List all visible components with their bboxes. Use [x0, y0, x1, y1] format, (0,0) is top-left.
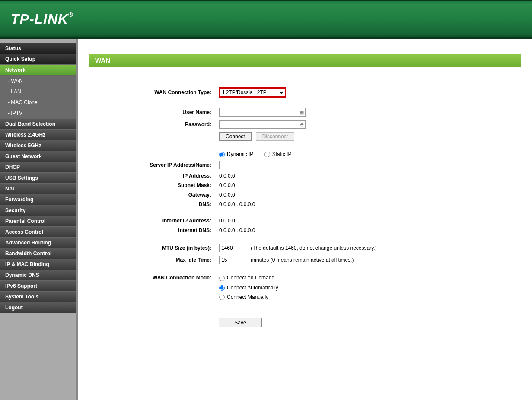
sidebar-item-usb-settings[interactable]: USB Settings	[0, 173, 76, 184]
label-subnet: Subnet Mask:	[89, 181, 217, 190]
radio-auto-input[interactable]	[219, 285, 225, 291]
wan-form: WAN Connection Type: L2TP/Russia L2TP Us…	[89, 86, 521, 302]
radio-dynamic-ip[interactable]: Dynamic IP	[219, 151, 253, 157]
label-conn-type: WAN Connection Type:	[89, 86, 217, 99]
sidebar-item-bandwidth-control[interactable]: Bandwidth Control	[0, 248, 76, 259]
value-subnet: 0.0.0.0	[217, 181, 521, 190]
value-internet-ip: 0.0.0.0	[217, 216, 521, 225]
wan-connection-type-select[interactable]: L2TP/Russia L2TP	[219, 87, 286, 98]
sidebar-item-logout[interactable]: Logout	[0, 302, 76, 313]
sidebar-item-wan[interactable]: - WAN	[0, 76, 76, 86]
label-password: Password:	[89, 118, 217, 130]
sidebar-item-nat[interactable]: NAT	[0, 184, 76, 194]
sidebar-item-system-tools[interactable]: System Tools	[0, 292, 76, 302]
sidebar-item-dynamic-dns[interactable]: Dynamic DNS	[0, 270, 76, 281]
sidebar-item-dual-band-selection[interactable]: Dual Band Selection	[0, 119, 76, 130]
label-mtu: MTU Size (in bytes):	[89, 242, 217, 254]
radio-on-demand[interactable]: Connect on Demand	[219, 275, 274, 281]
sidebar-nav: StatusQuick SetupNetwork- WAN- LAN- MAC …	[0, 39, 78, 400]
sidebar-item-dhcp[interactable]: DHCP	[0, 162, 76, 173]
sidebar-item-forwarding[interactable]: Forwarding	[0, 194, 76, 205]
max-idle-input[interactable]	[219, 256, 245, 264]
connect-button[interactable]: Connect	[219, 132, 252, 141]
label-dns: DNS:	[89, 200, 217, 209]
radio-manual-input[interactable]	[219, 295, 225, 300]
note-max-idle: minutes (0 means remain active at all ti…	[251, 257, 354, 263]
content-area: WAN WAN Connection Type: L2TP/Russia L2T…	[78, 39, 532, 400]
registered-icon: ®	[68, 11, 73, 18]
server-ip-input[interactable]	[219, 161, 329, 169]
value-internet-dns: 0.0.0.0 , 0.0.0.0	[217, 225, 521, 235]
brand-logo: TP-LINK®	[11, 11, 73, 27]
value-ip: 0.0.0.0	[217, 171, 521, 181]
divider	[89, 79, 521, 79]
value-dns: 0.0.0.0 , 0.0.0.0	[217, 200, 521, 209]
value-gateway: 0.0.0.0	[217, 190, 521, 200]
label-server: Server IP Address/Name:	[89, 159, 217, 171]
label-conn-mode: WAN Connection Mode:	[89, 273, 217, 283]
sidebar-item-parental-control[interactable]: Parental Control	[0, 216, 76, 227]
disconnect-button[interactable]: Disconnect	[256, 132, 294, 141]
sidebar-item-mac-clone[interactable]: - MAC Clone	[0, 97, 76, 108]
radio-dynamic-ip-input[interactable]	[219, 152, 225, 157]
divider	[89, 310, 521, 310]
mtu-input[interactable]	[219, 244, 245, 252]
label-max-idle: Max Idle Time:	[89, 254, 217, 266]
sidebar-item-advanced-routing[interactable]: Advanced Routing	[0, 238, 76, 248]
sidebar-item-quick-setup[interactable]: Quick Setup	[0, 54, 76, 65]
radio-on-demand-input[interactable]	[219, 276, 225, 281]
save-button[interactable]: Save	[219, 318, 262, 327]
note-mtu: (The default is 1460, do not change unle…	[251, 245, 376, 251]
brand-text: TP-LINK	[11, 11, 68, 27]
label-gateway: Gateway:	[89, 190, 217, 200]
app-header: TP-LINK®	[0, 0, 532, 39]
sidebar-item-iptv[interactable]: - IPTV	[0, 108, 76, 119]
sidebar-item-wireless-5ghz[interactable]: Wireless 5GHz	[0, 140, 76, 151]
label-ip: IP Address:	[89, 171, 217, 181]
sidebar-item-lan[interactable]: - LAN	[0, 86, 76, 97]
sidebar-item-network[interactable]: Network	[0, 65, 76, 76]
label-internet-dns: Internet DNS:	[89, 225, 217, 235]
radio-manual[interactable]: Connect Manually	[219, 294, 268, 300]
sidebar-item-wireless-2-4ghz[interactable]: Wireless 2.4GHz	[0, 130, 76, 140]
password-input[interactable]	[219, 120, 306, 129]
sidebar-item-security[interactable]: Security	[0, 205, 76, 216]
sidebar-item-access-control[interactable]: Access Control	[0, 227, 76, 238]
save-row: Save	[89, 318, 521, 327]
main-container: StatusQuick SetupNetwork- WAN- LAN- MAC …	[0, 39, 532, 400]
username-input[interactable]	[219, 108, 306, 117]
label-internet-ip: Internet IP Address:	[89, 216, 217, 225]
sidebar-item-guest-network[interactable]: Guest Network	[0, 151, 76, 162]
sidebar-item-ipv6-support[interactable]: IPv6 Support	[0, 281, 76, 292]
sidebar-item-status[interactable]: Status	[0, 43, 76, 54]
sidebar-item-ip-mac-binding[interactable]: IP & MAC Binding	[0, 259, 76, 270]
page-title: WAN	[89, 54, 521, 67]
radio-auto[interactable]: Connect Automatically	[219, 285, 278, 291]
radio-static-ip-input[interactable]	[264, 152, 270, 157]
label-username: User Name:	[89, 106, 217, 118]
radio-static-ip[interactable]: Static IP	[264, 151, 292, 157]
